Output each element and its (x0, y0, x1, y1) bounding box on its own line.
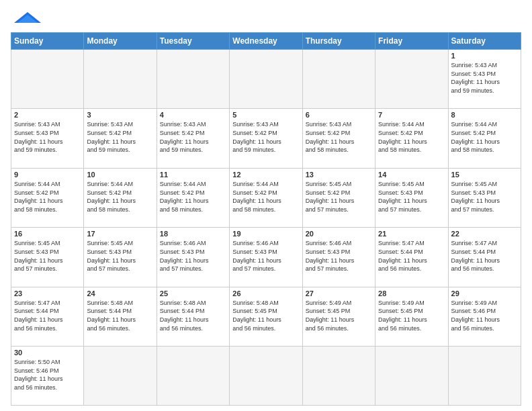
calendar-cell: 25Sunrise: 5:48 AMSunset: 5:44 PMDayligh… (157, 287, 229, 346)
day-number: 12 (232, 171, 299, 179)
day-info: Sunrise: 5:45 AMSunset: 5:42 PMDaylight:… (306, 180, 372, 214)
day-info: Sunrise: 5:50 AMSunset: 5:46 PMDaylight:… (14, 358, 81, 392)
calendar-cell: 12Sunrise: 5:44 AMSunset: 5:42 PMDayligh… (230, 168, 302, 227)
calendar-cell: 8Sunrise: 5:44 AMSunset: 5:42 PMDaylight… (448, 109, 521, 168)
calendar-cell: 7Sunrise: 5:44 AMSunset: 5:42 PMDaylight… (375, 109, 448, 168)
day-number: 13 (306, 171, 372, 179)
day-info: Sunrise: 5:43 AMSunset: 5:43 PMDaylight:… (14, 120, 81, 154)
day-number: 26 (232, 289, 299, 298)
calendar-cell (157, 347, 229, 406)
calendar-cell (448, 347, 521, 406)
day-info: Sunrise: 5:44 AMSunset: 5:42 PMDaylight:… (14, 180, 81, 214)
day-info: Sunrise: 5:43 AMSunset: 5:42 PMDaylight:… (87, 120, 153, 154)
calendar-cell: 11Sunrise: 5:44 AMSunset: 5:42 PMDayligh… (157, 168, 229, 227)
day-number: 27 (306, 289, 372, 298)
day-info: Sunrise: 5:43 AMSunset: 5:42 PMDaylight:… (160, 120, 226, 154)
day-info: Sunrise: 5:47 AMSunset: 5:44 PMDaylight:… (14, 299, 81, 332)
day-info: Sunrise: 5:44 AMSunset: 5:42 PMDaylight:… (451, 120, 518, 154)
week-row-5: 23Sunrise: 5:47 AMSunset: 5:44 PMDayligh… (11, 287, 521, 346)
logo-icon (11, 11, 44, 24)
day-info: Sunrise: 5:49 AMSunset: 5:45 PMDaylight:… (378, 299, 445, 332)
day-info: Sunrise: 5:43 AMSunset: 5:43 PMDaylight:… (451, 61, 518, 95)
calendar-cell: 9Sunrise: 5:44 AMSunset: 5:42 PMDaylight… (11, 168, 84, 227)
week-row-4: 16Sunrise: 5:45 AMSunset: 5:43 PMDayligh… (11, 228, 521, 287)
day-info: Sunrise: 5:46 AMSunset: 5:43 PMDaylight:… (160, 239, 226, 273)
day-info: Sunrise: 5:48 AMSunset: 5:44 PMDaylight:… (87, 299, 153, 332)
day-info: Sunrise: 5:44 AMSunset: 5:42 PMDaylight:… (378, 120, 445, 154)
day-number: 29 (451, 289, 518, 298)
calendar-cell: 14Sunrise: 5:45 AMSunset: 5:43 PMDayligh… (375, 168, 448, 227)
day-info: Sunrise: 5:43 AMSunset: 5:42 PMDaylight:… (232, 120, 299, 154)
page: SundayMondayTuesdayWednesdayThursdayFrid… (0, 0, 532, 411)
calendar-cell (230, 50, 302, 109)
day-info: Sunrise: 5:47 AMSunset: 5:44 PMDaylight:… (451, 239, 518, 273)
calendar-cell: 27Sunrise: 5:49 AMSunset: 5:45 PMDayligh… (302, 287, 375, 346)
day-info: Sunrise: 5:47 AMSunset: 5:44 PMDaylight:… (378, 239, 445, 273)
day-info: Sunrise: 5:45 AMSunset: 5:43 PMDaylight:… (451, 180, 518, 214)
day-info: Sunrise: 5:48 AMSunset: 5:44 PMDaylight:… (160, 299, 226, 332)
day-number: 23 (14, 289, 81, 298)
day-number: 14 (378, 171, 445, 179)
day-number: 11 (160, 171, 226, 179)
day-info: Sunrise: 5:45 AMSunset: 5:43 PMDaylight:… (378, 180, 445, 214)
day-number: 28 (378, 289, 445, 298)
day-number: 5 (232, 111, 299, 119)
calendar-cell (157, 50, 229, 109)
calendar-cell: 2Sunrise: 5:43 AMSunset: 5:43 PMDaylight… (11, 109, 84, 168)
calendar-cell: 10Sunrise: 5:44 AMSunset: 5:42 PMDayligh… (84, 168, 157, 227)
calendar-cell (375, 347, 448, 406)
calendar-cell: 16Sunrise: 5:45 AMSunset: 5:43 PMDayligh… (11, 228, 84, 287)
calendar-cell: 24Sunrise: 5:48 AMSunset: 5:44 PMDayligh… (84, 287, 157, 346)
day-info: Sunrise: 5:46 AMSunset: 5:43 PMDaylight:… (306, 239, 372, 273)
day-info: Sunrise: 5:48 AMSunset: 5:45 PMDaylight:… (232, 299, 299, 332)
calendar-cell (375, 50, 448, 109)
logo (11, 11, 44, 27)
calendar-cell: 19Sunrise: 5:46 AMSunset: 5:43 PMDayligh… (230, 228, 302, 287)
day-number: 3 (87, 111, 153, 119)
day-number: 15 (451, 171, 518, 179)
day-number: 24 (87, 289, 153, 298)
day-info: Sunrise: 5:46 AMSunset: 5:43 PMDaylight:… (232, 239, 299, 273)
day-info: Sunrise: 5:49 AMSunset: 5:45 PMDaylight:… (306, 299, 372, 332)
calendar-cell: 20Sunrise: 5:46 AMSunset: 5:43 PMDayligh… (302, 228, 375, 287)
day-header-sunday: Sunday (11, 33, 84, 50)
calendar-cell (302, 347, 375, 406)
day-number: 1 (451, 52, 518, 60)
day-number: 6 (306, 111, 372, 119)
calendar-cell (84, 347, 157, 406)
day-info: Sunrise: 5:44 AMSunset: 5:42 PMDaylight:… (160, 180, 226, 214)
day-number: 4 (160, 111, 226, 119)
day-number: 18 (160, 230, 226, 238)
day-number: 17 (87, 230, 153, 238)
day-number: 8 (451, 111, 518, 119)
calendar-cell: 21Sunrise: 5:47 AMSunset: 5:44 PMDayligh… (375, 228, 448, 287)
calendar-cell: 17Sunrise: 5:45 AMSunset: 5:43 PMDayligh… (84, 228, 157, 287)
day-info: Sunrise: 5:43 AMSunset: 5:42 PMDaylight:… (306, 120, 372, 154)
calendar-cell: 13Sunrise: 5:45 AMSunset: 5:42 PMDayligh… (302, 168, 375, 227)
week-row-3: 9Sunrise: 5:44 AMSunset: 5:42 PMDaylight… (11, 168, 521, 227)
calendar-cell: 23Sunrise: 5:47 AMSunset: 5:44 PMDayligh… (11, 287, 84, 346)
day-info: Sunrise: 5:44 AMSunset: 5:42 PMDaylight:… (232, 180, 299, 214)
calendar-cell: 6Sunrise: 5:43 AMSunset: 5:42 PMDaylight… (302, 109, 375, 168)
calendar-cell (84, 50, 157, 109)
calendar-cell: 1Sunrise: 5:43 AMSunset: 5:43 PMDaylight… (448, 50, 521, 109)
day-number: 25 (160, 289, 226, 298)
day-header-tuesday: Tuesday (157, 33, 229, 50)
calendar-cell (11, 50, 84, 109)
calendar-cell: 29Sunrise: 5:49 AMSunset: 5:46 PMDayligh… (448, 287, 521, 346)
day-info: Sunrise: 5:49 AMSunset: 5:46 PMDaylight:… (451, 299, 518, 332)
calendar-cell (230, 347, 302, 406)
day-number: 30 (14, 349, 81, 357)
calendar-cell (302, 50, 375, 109)
calendar-cell: 5Sunrise: 5:43 AMSunset: 5:42 PMDaylight… (230, 109, 302, 168)
day-header-friday: Friday (375, 33, 448, 50)
day-number: 10 (87, 171, 153, 179)
calendar-cell: 28Sunrise: 5:49 AMSunset: 5:45 PMDayligh… (375, 287, 448, 346)
week-row-2: 2Sunrise: 5:43 AMSunset: 5:43 PMDaylight… (11, 109, 521, 168)
day-number: 21 (378, 230, 445, 238)
day-header-wednesday: Wednesday (230, 33, 302, 50)
day-header-monday: Monday (84, 33, 157, 50)
calendar-cell: 4Sunrise: 5:43 AMSunset: 5:42 PMDaylight… (157, 109, 229, 168)
day-number: 19 (232, 230, 299, 238)
calendar-cell: 15Sunrise: 5:45 AMSunset: 5:43 PMDayligh… (448, 168, 521, 227)
